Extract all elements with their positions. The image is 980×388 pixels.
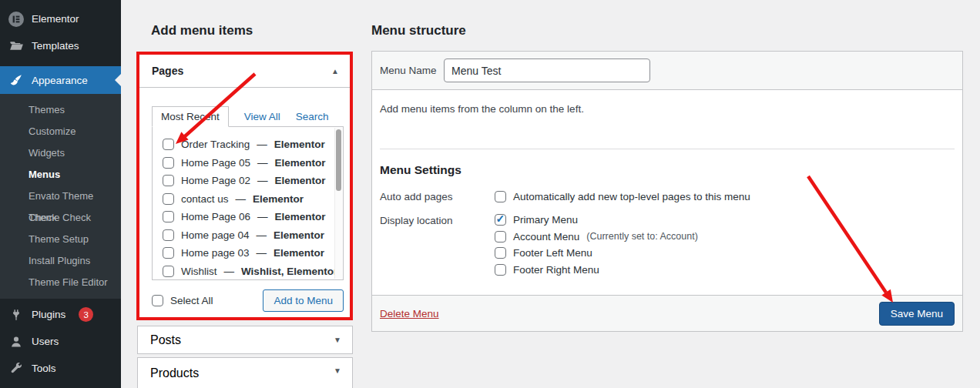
appearance-brush-icon	[8, 72, 24, 88]
tab-search[interactable]: Search	[296, 111, 329, 122]
separator: —	[257, 211, 268, 222]
page-list-item: Wishlist — Wishlist, Elementor	[153, 263, 343, 281]
annotation-red-rectangle: Pages ▲ Most Recent View All Search	[136, 52, 353, 320]
plugins-update-badge: 3	[79, 307, 93, 322]
location-label: Primary Menu	[513, 214, 578, 226]
page-checkbox[interactable]	[163, 211, 174, 222]
templates-folder-icon	[8, 38, 24, 54]
location-account-menu: Account Menu (Currently set to: Account)	[495, 231, 698, 242]
location-footer-right-menu: Footer Right Menu	[495, 264, 698, 276]
posts-panel-title: Posts	[150, 333, 181, 347]
sidebar-item-label: Plugins	[32, 309, 65, 320]
page-checkbox[interactable]	[163, 266, 174, 277]
sidebar-item-label: Elementor	[32, 13, 79, 25]
sidebar-item-templates[interactable]: Templates	[0, 32, 121, 59]
pages-list-scrollbar[interactable]	[334, 128, 342, 279]
page-title: Home page 04	[181, 229, 250, 241]
separator: —	[257, 247, 267, 259]
page-checkbox[interactable]	[163, 157, 174, 169]
add-menu-items-title: Add menu items	[151, 23, 253, 38]
page-list-item: Home Page 02 — Elementor	[153, 172, 343, 190]
wordpress-menus-screen: Elementor Templates Appearance Themes C	[0, 0, 980, 388]
expand-arrow-icon[interactable]: ▼	[334, 366, 341, 375]
appearance-submenu-item[interactable]: Widgets	[0, 142, 121, 164]
pages-panel-header[interactable]: Pages ▲	[139, 55, 350, 88]
auto-add-pages-label: Auto add pages	[380, 190, 495, 202]
page-title: Order Tracking	[181, 139, 250, 150]
page-title: Wishlist	[181, 266, 217, 277]
page-title: Home Page 05	[181, 157, 250, 169]
page-checkbox[interactable]	[163, 229, 174, 241]
users-person-icon	[8, 334, 24, 350]
appearance-submenu-item[interactable]: Envato Theme Check	[0, 186, 121, 207]
sidebar-item-settings-partial[interactable]	[0, 382, 121, 388]
appearance-submenu-item[interactable]: Theme File Editor	[0, 272, 121, 293]
sidebar-item-label: Tools	[32, 363, 56, 374]
separator: —	[257, 157, 268, 169]
page-list-item: Home page 03 — Elementor	[153, 244, 343, 263]
footer-right-menu-checkbox[interactable]	[495, 264, 506, 276]
save-menu-button[interactable]: Save Menu	[879, 302, 955, 326]
appearance-submenu-item[interactable]: Theme Setup	[0, 229, 121, 250]
page-checkbox[interactable]	[163, 247, 174, 259]
sidebar-item-elementor[interactable]: Elementor	[0, 5, 121, 32]
pages-checklist: Order Tracking — Elementor Home Page 05 …	[152, 126, 344, 280]
sidebar-item-tools[interactable]: Tools	[0, 355, 121, 382]
tab-most-recent[interactable]: Most Recent	[152, 106, 229, 127]
menu-name-input[interactable]	[444, 59, 650, 82]
display-location-label: Display location	[380, 214, 495, 276]
appearance-submenu-item[interactable]: Install Plugins	[0, 250, 121, 272]
page-suffix: Elementor	[274, 247, 324, 259]
separator: —	[257, 139, 267, 150]
sidebar-item-appearance[interactable]: Appearance	[0, 66, 121, 94]
section-divider	[380, 149, 955, 149]
collapse-arrow-icon[interactable]: ▲	[331, 67, 339, 75]
menu-actions-footer: Delete Menu Save Menu	[372, 295, 962, 331]
separator: —	[257, 229, 267, 241]
page-list-item: Order Tracking — Elementor	[153, 135, 343, 154]
pages-tabs: Most Recent View All Search	[152, 106, 344, 126]
tools-wrench-icon	[8, 361, 24, 376]
sidebar-item-label: Appearance	[32, 75, 88, 86]
auto-add-pages-row: Auto add pages Automatically add new top…	[380, 190, 962, 202]
page-checkbox[interactable]	[163, 193, 174, 205]
page-title: contact us	[181, 193, 229, 205]
page-checkbox[interactable]	[163, 175, 174, 186]
display-location-list: Primary Menu Account Menu (Currently set…	[495, 214, 698, 276]
delete-menu-link[interactable]: Delete Menu	[380, 308, 439, 319]
scrollbar-thumb[interactable]	[336, 129, 341, 191]
posts-panel-header[interactable]: Posts ▼	[137, 326, 353, 354]
tab-view-all[interactable]: View All	[244, 111, 280, 122]
location-label: Footer Left Menu	[513, 247, 592, 259]
menu-name-label: Menu Name	[380, 65, 444, 76]
primary-menu-checkbox[interactable]	[495, 214, 506, 226]
sidebar-item-users[interactable]: Users	[0, 328, 121, 355]
page-suffix: Elementor	[274, 229, 324, 241]
separator: —	[257, 175, 268, 186]
appearance-submenu-item[interactable]: Menus	[0, 164, 121, 186]
appearance-submenu: Themes Customize Widgets Menus Envato Th…	[0, 94, 121, 299]
menu-structure-panel: Menu Name Add menu items from the column…	[371, 51, 963, 332]
auto-add-pages-checkbox[interactable]	[495, 191, 506, 202]
select-all-checkbox[interactable]	[152, 295, 163, 306]
appearance-submenu-item[interactable]: Themes	[0, 99, 121, 121]
location-footer-left-menu: Footer Left Menu	[495, 247, 698, 259]
expand-arrow-icon[interactable]: ▼	[334, 336, 341, 344]
admin-content: Add menu items Pages ▲ Most Recent View …	[121, 0, 980, 388]
display-location-row: Display location Primary Menu Account Me…	[380, 214, 962, 276]
page-suffix: Elementor	[275, 211, 326, 222]
location-primary-menu: Primary Menu	[495, 214, 698, 226]
page-list-item: Home Page 06 — Elementor	[153, 208, 343, 226]
appearance-submenu-item[interactable]: Theme Check	[0, 207, 121, 229]
account-menu-checkbox[interactable]	[495, 231, 506, 242]
footer-left-menu-checkbox[interactable]	[495, 247, 506, 259]
elementor-icon	[8, 12, 24, 27]
pages-panel-title: Pages	[152, 65, 183, 77]
sidebar-item-plugins[interactable]: Plugins 3	[0, 301, 121, 328]
separator: —	[224, 266, 235, 277]
products-panel-header[interactable]: Products ▼	[137, 357, 353, 388]
add-to-menu-button[interactable]: Add to Menu	[263, 289, 344, 312]
menu-structure-title: Menu structure	[371, 23, 466, 38]
appearance-submenu-item[interactable]: Customize	[0, 121, 121, 142]
page-checkbox[interactable]	[163, 139, 174, 150]
